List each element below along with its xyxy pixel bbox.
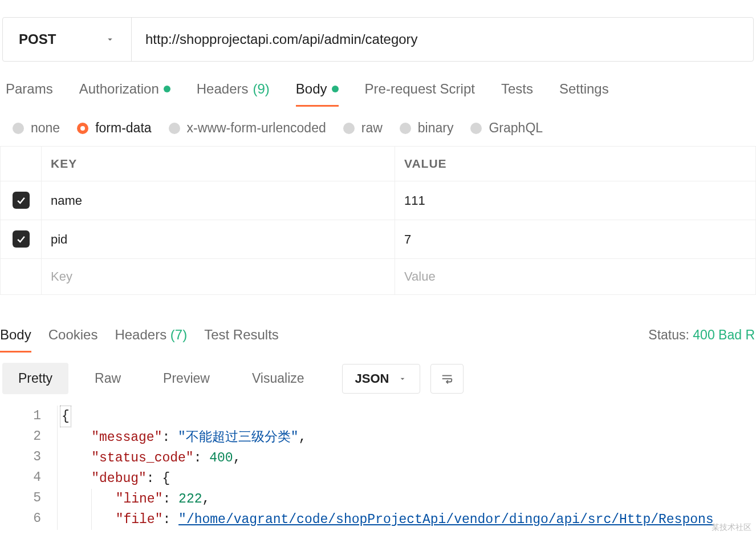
check-icon [15,233,27,245]
key-input[interactable]: Key [42,259,395,295]
chevron-down-icon [398,374,407,383]
wrap-icon [439,372,455,385]
wrap-toggle[interactable] [430,364,464,394]
checkbox[interactable] [13,192,30,209]
response-status: Status: 400 Bad R [648,327,755,343]
radio-icon [470,123,482,134]
radio-icon [77,123,88,134]
table-row: pid 7 [1,220,756,259]
radio-graphql[interactable]: GraphQL [470,120,543,136]
key-cell[interactable]: pid [42,220,395,259]
body-type-row: none form-data x-www-form-urlencoded raw… [0,107,756,146]
radio-icon [169,123,180,134]
col-key: KEY [42,147,395,181]
radio-icon [343,123,355,134]
tab-params[interactable]: Params [6,81,53,105]
radio-icon [400,123,411,134]
col-check [1,147,42,181]
radio-urlencoded[interactable]: x-www-form-urlencoded [169,120,326,136]
method-label: POST [19,31,56,47]
value-cell[interactable]: 7 [395,220,756,259]
method-select[interactable]: POST [3,18,132,61]
status-dot-icon [332,86,339,92]
view-row: Pretty Raw Preview Visualize JSON [0,353,756,400]
radio-raw[interactable]: raw [343,120,383,136]
view-raw[interactable]: Raw [79,363,137,394]
tab-headers[interactable]: Headers (9) [197,81,270,105]
radio-none[interactable]: none [13,120,60,136]
resp-tab-cookies[interactable]: Cookies [48,327,98,351]
radio-icon [13,123,24,134]
view-preview[interactable]: Preview [147,363,226,394]
checkbox[interactable] [13,230,30,248]
resp-tab-body[interactable]: Body [0,327,31,353]
resp-tab-test-results[interactable]: Test Results [204,327,279,351]
view-pretty[interactable]: Pretty [2,363,68,394]
tab-authorization[interactable]: Authorization [79,81,170,105]
view-visualize[interactable]: Visualize [236,363,320,394]
col-value: VALUE [395,147,756,181]
tab-body[interactable]: Body [296,81,339,107]
status-dot-icon [164,86,170,92]
chevron-down-icon [105,34,115,44]
table-row: name 111 [1,181,756,220]
tab-prerequest[interactable]: Pre-request Script [365,81,475,105]
value-input[interactable]: Value [395,259,756,295]
format-select[interactable]: JSON [342,364,421,394]
tab-tests[interactable]: Tests [501,81,533,105]
radio-binary[interactable]: binary [400,120,454,136]
check-icon [15,195,27,206]
response-section: Body Cookies Headers (7) Test Results St… [0,327,756,530]
url-text: http://shopprojectapi.com/api/admin/cate… [145,31,418,47]
request-bar: POST http://shopprojectapi.com/api/admin… [2,17,754,62]
request-tabs: Params Authorization Headers (9) Body Pr… [0,62,756,107]
value-cell[interactable]: 111 [395,181,756,220]
watermark: 某技术社区 [712,522,751,533]
tab-settings[interactable]: Settings [559,81,609,105]
resp-tab-headers[interactable]: Headers (7) [115,327,187,351]
table-row-new: Key Value [1,259,756,295]
response-tabs: Body Cookies Headers (7) Test Results St… [0,327,756,353]
radio-form-data[interactable]: form-data [77,120,151,136]
code-body[interactable]: { "message": "不能超过三级分类", "status_code": … [57,406,756,530]
line-gutter: 1 2 3 4 5 6 [0,406,57,530]
url-input[interactable]: http://shopprojectapi.com/api/admin/cate… [132,18,753,61]
response-code: 1 2 3 4 5 6 { "message": "不能超过三级分类", "st… [0,406,756,530]
form-data-table: KEY VALUE name 111 pid 7 Key Value [0,146,756,295]
key-cell[interactable]: name [42,181,395,220]
